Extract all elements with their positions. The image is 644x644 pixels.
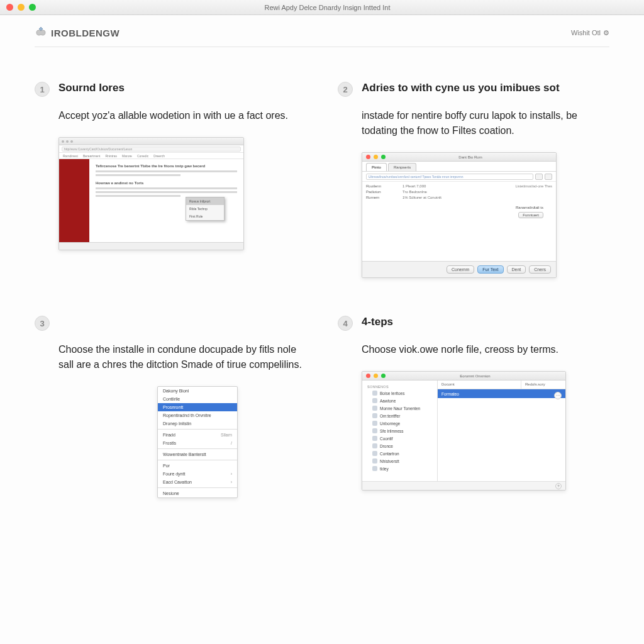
browser-nav-item: Rnintras	[105, 154, 117, 158]
dialog-button[interactable]: Cners	[529, 265, 551, 274]
step-number-4: 4	[338, 316, 353, 331]
step-1: 1 Sournd Iores Accept yoz'a allable wode…	[35, 82, 306, 278]
menu-item[interactable]: Nesione	[158, 489, 237, 497]
menu-item[interactable]: Ribla Technp	[186, 205, 224, 213]
header-bar: IROBLDENGW Wishit Otl ⚙	[35, 26, 609, 47]
sidebar-item[interactable]: Dronce	[362, 442, 437, 450]
menu-item[interactable]: First Rule	[186, 213, 224, 220]
step-title-4: 4-teps	[362, 316, 393, 328]
step-4: 4 4-teps Choose viok.owe norle file, cre…	[338, 316, 609, 498]
window-titlebar: Rewi Apdy Delce Dnardy Insign Intted Int	[0, 0, 644, 15]
browser-nav-item: Dreerch	[153, 154, 165, 158]
help-icon[interactable]: ?	[555, 483, 562, 489]
browser-nav-item: Ramdinest	[63, 154, 78, 158]
sidebar-item[interactable]: tidey	[362, 465, 437, 472]
menu-item[interactable]: Rowus Inllprort	[186, 197, 224, 205]
right-panel: Ranarratlrdtali ts Funntuert	[516, 206, 543, 218]
step-1-screenshot: http/www.CoventyCard/Oulsion/Document/Le…	[58, 137, 244, 250]
context-menu: Rowus Inllprort Ribla Technp First Rule	[186, 197, 225, 221]
step-number-3: 3	[35, 316, 50, 331]
browser-nav-item: Marore	[122, 154, 132, 158]
app-window: Rewi Apdy Delce Dnardy Insign Intted Int…	[0, 0, 644, 644]
url-field[interactable]: Ultmwe/lnos/rumbes/unrcford centorcf Tpe…	[366, 174, 533, 180]
step-button[interactable]	[545, 174, 552, 180]
menu-item[interactable]: Eacd Cavatton›	[158, 478, 237, 486]
sidebar-item[interactable]: Boise Ieritoes	[362, 389, 437, 397]
brand-icon	[35, 26, 47, 39]
tab[interactable]: Ranpserts	[388, 163, 416, 171]
step-desc-3: Choose the installe in condune docupade …	[58, 342, 306, 372]
sidebar-item[interactable]: Coontif	[362, 435, 437, 442]
top-link-label: Wishit Otl	[571, 29, 601, 36]
brand-text: IROBLDENGW	[51, 28, 119, 38]
dialog-button[interactable]: Conemm	[447, 265, 474, 274]
finder-sidebar: Sonnenos Boise Ieritoes Aawtone Monne Na…	[362, 380, 438, 481]
step-title-1: Sournd Iores	[58, 82, 125, 94]
menu-item[interactable]: FiraddSllarn	[158, 431, 237, 439]
step-3: 3 Choose the installe in condune docupad…	[35, 316, 306, 498]
sidebar-item[interactable]: Unbornege	[362, 419, 437, 427]
column-header[interactable]: Docomt	[438, 380, 521, 389]
sidebar-item[interactable]: Monne Naur Tonenten	[362, 404, 437, 412]
browser-nav-item: Conedic	[137, 154, 148, 158]
top-link[interactable]: Wishit Otl ⚙	[571, 29, 609, 37]
sidebar-item[interactable]: Aawtone	[362, 397, 437, 404]
menu-item[interactable]: Ropentiradnd th Orvnitre	[158, 411, 237, 419]
file-row-selected[interactable]: Formateo	[438, 389, 565, 398]
step-desc-2: instade for nentire boffy curu lapok to …	[362, 108, 609, 138]
step-number-1: 1	[35, 82, 50, 97]
sidebar-item[interactable]: Om:tentffer	[362, 412, 437, 419]
step-title-2: Adries to with cyne us you imibues sot	[362, 82, 560, 94]
step-desc-4: Choose viok.owe norle file, creoss by te…	[362, 342, 609, 357]
sidebar-item[interactable]: Contartron	[362, 450, 437, 457]
dialog-title: Eoromnt Onsmion	[389, 374, 562, 378]
step-2-screenshot: Dant Bio Rom Pinto Ranpserts Ultmwe/lnos…	[362, 152, 557, 278]
gear-icon: ⚙	[603, 29, 609, 37]
menu-item[interactable]: Contlirlle	[158, 395, 237, 403]
browser-url: http/www.CoventyCard/Oulsion/Document/Le…	[62, 147, 241, 152]
menu-item[interactable]: Dronep Initstin	[158, 419, 237, 428]
menu-item[interactable]: Foure dyntt›	[158, 470, 237, 478]
step-4-screenshot: Eoromnt Onsmion Sonnenos Boise Ieritoes …	[362, 371, 566, 491]
dialog-button[interactable]: Dent	[507, 265, 526, 274]
step-3-menu: Dakony Bioni Contlirlle Prosnrontt Ropen…	[157, 386, 238, 498]
menu-item-selected[interactable]: Prosnrontt	[158, 403, 237, 411]
dialog-button-primary[interactable]: Fur Text	[477, 265, 503, 274]
brand: IROBLDENGW	[35, 26, 119, 39]
browser-sidebar	[59, 159, 89, 242]
tab[interactable]: Pinto	[366, 163, 387, 171]
menu-item[interactable]: Por	[158, 462, 237, 470]
menu-item[interactable]: Wowentnate Banterstt	[158, 450, 237, 458]
step-number-2: 2	[338, 82, 353, 97]
browser-nav-item: Bereartment	[83, 154, 101, 158]
sidebar-item[interactable]: Sfe Irilmness	[362, 427, 437, 435]
info-icon[interactable]: ⋯	[554, 392, 562, 399]
sidebar-item[interactable]: Nhistverstt	[362, 457, 437, 465]
window-title: Rewi Apdy Delce Dnardy Insign Intted Int	[11, 4, 644, 11]
step-2: 2 Adries to with cyne us you imibues sot…	[338, 82, 609, 278]
menu-item[interactable]: Dakony Bioni	[158, 387, 237, 395]
dialog-title: Dant Bio Rom	[389, 155, 552, 159]
detail-button[interactable]: Funntuert	[518, 212, 543, 218]
step-button[interactable]	[535, 174, 543, 180]
column-header[interactable]: Redols.sory	[521, 380, 565, 389]
menu-item[interactable]: Frostls/	[158, 439, 237, 447]
step-desc-1: Accept yoz'a allable wodetion in with ue…	[58, 108, 306, 123]
